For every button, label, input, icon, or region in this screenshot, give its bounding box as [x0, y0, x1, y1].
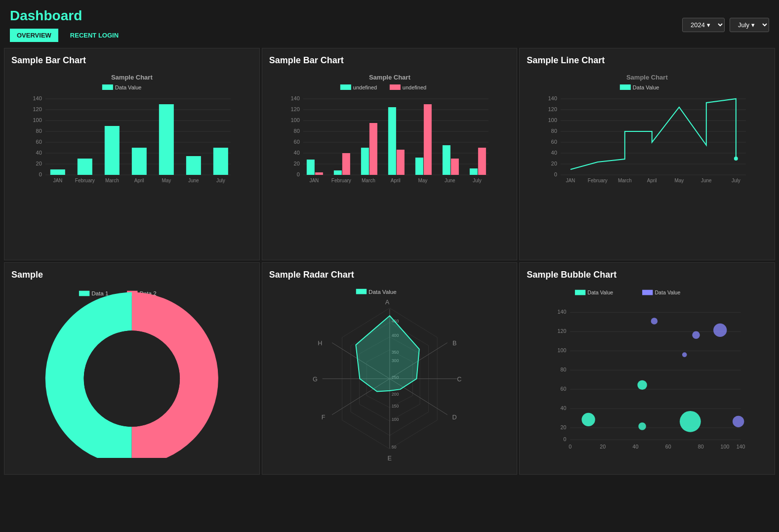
svg-point-101 [734, 157, 738, 161]
svg-text:20: 20 [36, 161, 42, 166]
svg-text:140: 140 [33, 95, 41, 101]
svg-text:June: June [188, 178, 199, 183]
radar-chart: Sample Radar Chart Data Value 50 [262, 262, 518, 475]
svg-text:40: 40 [36, 150, 42, 156]
svg-text:February: February [588, 178, 608, 183]
svg-text:140: 140 [558, 309, 567, 315]
month-dropdown[interactable]: July ▾ [730, 18, 769, 32]
svg-text:April: April [134, 178, 144, 183]
svg-text:80: 80 [561, 367, 567, 372]
svg-text:120: 120 [548, 106, 557, 112]
svg-rect-1 [102, 84, 113, 90]
svg-point-165 [638, 380, 647, 390]
svg-text:February: February [75, 178, 95, 183]
svg-rect-76 [620, 84, 631, 90]
svg-text:40: 40 [551, 150, 557, 156]
svg-text:May: May [162, 178, 171, 183]
svg-text:Data Value: Data Value [369, 288, 397, 295]
svg-text:Data Value: Data Value [115, 84, 142, 90]
svg-text:40: 40 [293, 150, 299, 156]
svg-text:July: July [732, 178, 740, 183]
svg-rect-69 [442, 145, 450, 175]
svg-rect-139 [642, 290, 653, 295]
svg-text:0: 0 [569, 444, 572, 450]
svg-text:0: 0 [296, 171, 299, 177]
svg-text:E: E [387, 455, 391, 462]
svg-text:February: February [331, 178, 351, 183]
svg-text:July: July [216, 178, 225, 183]
svg-point-167 [680, 411, 701, 432]
svg-point-170 [693, 331, 700, 339]
svg-text:March: March [618, 178, 632, 183]
svg-text:100: 100 [391, 417, 399, 422]
svg-text:80: 80 [36, 128, 42, 134]
svg-rect-63 [388, 107, 396, 175]
nav-tabs: OVERVIEW RECENT LOGIN [10, 29, 125, 42]
svg-point-172 [733, 416, 744, 427]
svg-rect-31 [213, 148, 228, 175]
year-dropdown[interactable]: 2024 ▾ [682, 18, 725, 32]
svg-text:March: March [362, 178, 375, 183]
svg-rect-29 [186, 156, 201, 175]
svg-rect-72 [469, 168, 477, 175]
svg-text:May: May [418, 178, 427, 183]
svg-rect-58 [342, 153, 350, 175]
svg-rect-25 [132, 148, 147, 175]
svg-text:March: March [105, 178, 119, 183]
svg-text:Data 1: Data 1 [91, 290, 108, 296]
dashboard-title: Dashboard [10, 8, 125, 24]
donut-chart: Sample Data 1 Data 2 [4, 262, 260, 475]
bar-chart-1-inner: Sample Chart Data Value 140 120 100 80 6… [11, 71, 252, 239]
svg-text:Data Value: Data Value [655, 289, 681, 295]
svg-text:100: 100 [548, 117, 557, 123]
recent-login-tab[interactable]: RECENT LOGIN [63, 29, 125, 42]
svg-text:April: April [390, 178, 400, 183]
svg-text:60: 60 [561, 386, 567, 392]
svg-rect-36 [389, 84, 400, 90]
svg-text:0: 0 [554, 171, 557, 177]
svg-rect-34 [340, 84, 351, 90]
svg-rect-73 [478, 148, 486, 175]
svg-rect-137 [575, 290, 585, 295]
svg-text:JAN: JAN [309, 178, 319, 183]
svg-text:0: 0 [564, 436, 567, 442]
svg-text:0: 0 [39, 171, 42, 177]
svg-point-108 [84, 330, 180, 426]
svg-text:100: 100 [721, 444, 730, 450]
svg-text:Sample Chart: Sample Chart [626, 74, 668, 81]
svg-point-169 [651, 318, 658, 325]
charts-grid: Sample Bar Chart Sample Chart Data Value… [0, 46, 779, 477]
svg-text:20: 20 [600, 444, 606, 450]
svg-text:C: C [457, 376, 461, 383]
svg-rect-64 [396, 150, 404, 175]
svg-rect-55 [315, 172, 323, 175]
svg-text:Sample Chart: Sample Chart [111, 74, 153, 81]
radar-chart-title: Sample Radar Chart [269, 270, 510, 280]
svg-text:40: 40 [633, 444, 639, 450]
bubble-chart-inner: Data Value Data Value 140 120 100 80 60 … [527, 285, 768, 453]
svg-text:20: 20 [561, 424, 567, 430]
svg-rect-23 [105, 126, 120, 175]
svg-text:100: 100 [33, 117, 41, 123]
svg-text:60: 60 [551, 139, 557, 145]
overview-tab[interactable]: OVERVIEW [10, 29, 58, 42]
svg-text:100: 100 [290, 117, 299, 123]
header-right: 2024 ▾ July ▾ [682, 18, 769, 32]
svg-text:April: April [647, 178, 657, 183]
svg-point-166 [639, 422, 647, 430]
svg-text:60: 60 [665, 444, 671, 450]
bar-chart-1: Sample Bar Chart Sample Chart Data Value… [4, 48, 260, 260]
svg-rect-67 [423, 104, 431, 175]
svg-rect-66 [415, 158, 423, 175]
svg-text:150: 150 [391, 404, 399, 409]
svg-text:undefined: undefined [402, 84, 426, 90]
bar-chart-2-inner: Sample Chart undefined undefined 140 120… [269, 71, 510, 239]
svg-rect-27 [159, 104, 174, 175]
svg-text:140: 140 [290, 95, 299, 101]
svg-rect-21 [78, 159, 92, 175]
svg-text:40: 40 [561, 405, 567, 411]
header-left: Dashboard OVERVIEW RECENT LOGIN [10, 8, 125, 42]
svg-rect-61 [369, 123, 377, 175]
svg-text:80: 80 [698, 444, 704, 450]
svg-text:G: G [313, 376, 318, 383]
